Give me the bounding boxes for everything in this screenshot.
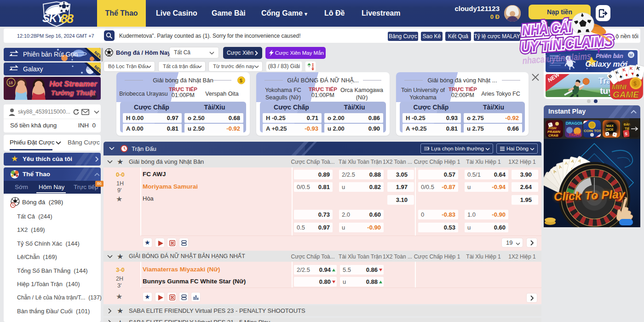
svg-text:CRAB: CRAB [548, 133, 558, 138]
svg-text:TIGER: TIGER [569, 132, 581, 137]
svg-text:MAX: MAX [606, 124, 614, 127]
svg-text:S: S [625, 132, 627, 136]
svg-text:$: $ [240, 78, 242, 83]
svg-text:88: 88 [61, 12, 74, 26]
svg-text:A: A [565, 161, 568, 166]
svg-text:DRAGON: DRAGON [566, 121, 582, 126]
svg-text:DICE: DICE [606, 128, 614, 131]
svg-text:18: 18 [8, 80, 13, 85]
svg-text:$: $ [633, 80, 637, 87]
svg-text:GAME: GAME [613, 90, 639, 99]
svg-text:COIN TOSS: COIN TOSS [584, 129, 601, 133]
